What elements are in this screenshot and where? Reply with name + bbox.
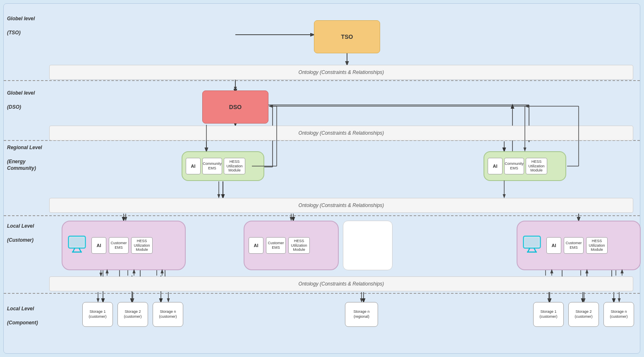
community-cluster-1: AI Community EMS HESS Utilization Module (182, 151, 264, 181)
ai-box-customer1: AI (91, 237, 106, 254)
level-global-dso: Globel level(DSO) (7, 90, 35, 110)
storage-box-1: Storage 1(customer) (82, 302, 113, 327)
storage-box-regional: Storage n(regional) (345, 302, 378, 327)
community-ems-box-1: Community EMS (202, 158, 222, 174)
storage-box-3: Storage n(customer) (153, 302, 183, 327)
hess-box-customer1: HESS Utilization Module (131, 237, 153, 254)
monitor-icon-1 (67, 236, 87, 256)
tso-label: TSO (341, 33, 353, 40)
ontology-bar-1: Ontology (Constraints & Relationships) (49, 65, 633, 80)
level-local-customer: Local Level(Customer) (7, 223, 34, 243)
storage-box-6: Storage n(customer) (603, 302, 634, 327)
storage-box-5: Storage 2(customer) (568, 302, 599, 327)
dashed-line-4 (4, 293, 640, 294)
monitor-icon-2 (522, 236, 542, 256)
ai-box-community2: AI (488, 158, 503, 174)
community-ems-box-2: Community EMS (504, 158, 524, 174)
dashed-line-1 (4, 80, 640, 81)
svg-rect-38 (70, 238, 84, 247)
storage-box-4: Storage 1(customer) (533, 302, 564, 327)
hess-box-customer2: HESS Utilization Module (288, 237, 310, 254)
tso-box: TSO (314, 20, 380, 53)
dashed-line-3 (4, 215, 640, 216)
ontology-bar-3: Ontology (Constraints & Relationships) (49, 198, 633, 213)
ontology-bar-4: Ontology (Constraints & Relationships) (49, 276, 633, 291)
ai-box-customer2: AI (249, 237, 263, 254)
hess-box-community1: HESS Utilization Module (224, 158, 245, 174)
ai-box-customer3: AI (546, 237, 561, 254)
dso-box: DSO (202, 90, 268, 124)
customer-cluster-2: AI Customer EMS HESS Utilization Module (244, 221, 339, 270)
regional-white-box (343, 221, 393, 270)
customer-ems-box-2: Customer EMS (266, 237, 286, 254)
customer-cluster-1: AI Customer EMS HESS Utilization Module (62, 221, 186, 270)
main-diagram: Globel level(TSO) Globel level(DSO) Regi… (3, 3, 640, 354)
level-regional: Regional Level(EnergyCommunity) (7, 144, 42, 172)
community-cluster-2: AI Community EMS HESS Utilization Module (484, 151, 566, 181)
dso-label: DSO (229, 104, 242, 110)
ontology-bar-2: Ontology (Constraints & Relationships) (49, 126, 633, 140)
level-global-tso: Globel level(TSO) (7, 15, 35, 36)
storage-box-2: Storage 2(customer) (117, 302, 148, 327)
svg-rect-44 (525, 238, 539, 247)
hess-box-customer3: HESS Utilization Module (586, 237, 608, 254)
ai-box-community1: AI (186, 158, 201, 174)
customer-cluster-3: AI Customer EMS HESS Utilization Module (517, 221, 641, 270)
level-local-component: Local Level(Component) (7, 305, 38, 326)
customer-ems-box-1: Customer EMS (109, 237, 129, 254)
hess-box-community2: HESS Utilization Module (526, 158, 547, 174)
customer-ems-box-3: Customer EMS (564, 237, 584, 254)
